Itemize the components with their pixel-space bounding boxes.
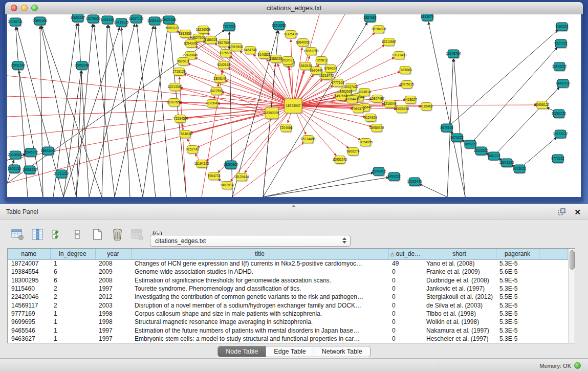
citation-edge[interactable] (195, 57, 293, 106)
table-cell[interactable]: Estimation of significance thresholds fo… (131, 276, 388, 285)
table-cell[interactable]: 5.3E-5 (496, 326, 539, 334)
table-cell[interactable]: 1998 (95, 318, 131, 326)
table-cell[interactable]: 1 (50, 259, 95, 268)
table-cell[interactable]: 0 (388, 301, 423, 309)
table-cell[interactable]: Nakamura et al. (1997) (423, 326, 496, 334)
select-rows-button[interactable] (50, 227, 64, 242)
table-row[interactable]: 1938455462009Genome-wide association stu… (8, 268, 568, 276)
table-cell[interactable]: 0 (388, 310, 423, 318)
citation-edge[interactable] (40, 26, 43, 197)
citation-edge[interactable] (169, 25, 186, 197)
table-row[interactable]: 977716911998Corpus callosum shape and si… (8, 310, 568, 318)
table-row[interactable]: 969969511998Structural magnetic resonanc… (8, 318, 568, 326)
table-cell[interactable]: 1 (50, 318, 95, 326)
column-header-short[interactable]: short (423, 249, 496, 259)
window-titlebar[interactable]: citations_edges.txt (5, 2, 583, 14)
citation-edge[interactable] (180, 89, 272, 113)
table-cell[interactable]: 9699695 (8, 318, 50, 326)
table-cell[interactable]: 22420046 (8, 293, 50, 301)
table-cell[interactable]: 2012 (95, 293, 131, 301)
table-cell[interactable]: 9465546 (8, 326, 50, 334)
table-settings-button[interactable] (10, 227, 25, 242)
tab-network-table[interactable]: Network Table (314, 346, 370, 357)
column-header-title[interactable]: title (131, 249, 388, 259)
citation-edge[interactable] (519, 137, 556, 169)
table-cell[interactable]: 5.3E-5 (496, 335, 539, 343)
column-header-pagerank[interactable]: pagerank (496, 249, 539, 259)
table-cell[interactable]: Jankovic et al. (1997) (423, 285, 496, 293)
table-cell[interactable]: 0 (388, 318, 423, 326)
table-cell[interactable]: Estimation of the future numbers of pati… (131, 326, 388, 334)
table-cell[interactable]: 1997 (95, 285, 131, 293)
citation-edge[interactable] (76, 24, 93, 197)
table-cell[interactable]: 14569117 (8, 301, 50, 309)
table-cell[interactable]: Embryonic stem cells: a model to study s… (131, 335, 388, 343)
network-canvas[interactable]: 1872400718300295886012389129541822605898… (7, 14, 581, 197)
table-row[interactable]: 1456911722003Disruption of a novel membe… (8, 301, 568, 309)
table-cell[interactable]: Wolkin et al. (1998) (423, 318, 496, 326)
column-header-in_degree[interactable]: in_degree (50, 249, 95, 259)
memory-indicator[interactable]: Memory: OK (539, 359, 581, 372)
citation-edge[interactable] (263, 178, 389, 197)
import-table-button[interactable] (130, 227, 144, 242)
citation-edge[interactable] (155, 26, 171, 197)
table-cell[interactable]: 5.3E-5 (496, 259, 539, 268)
table-cell[interactable]: 1 (50, 335, 95, 343)
table-cell[interactable]: 5.5E-5 (496, 293, 539, 301)
row-height-button[interactable] (70, 227, 84, 242)
float-panel-button[interactable] (558, 208, 566, 216)
table-cell[interactable]: Investigating the contribution of common… (131, 293, 388, 301)
citation-edge[interactable] (137, 24, 156, 197)
table-cell[interactable]: 9115460 (8, 285, 50, 293)
table-row[interactable]: 1872400712008Changes of HCN gene express… (8, 259, 568, 268)
table-cell[interactable]: Changes of HCN gene expression and I(f) … (131, 259, 388, 268)
table-cell[interactable]: Tibbo et al. (1998) (423, 310, 496, 318)
table-cell[interactable]: 2 (50, 293, 95, 301)
table-row[interactable]: 946554611997Estimation of the future num… (8, 326, 568, 334)
citation-edge[interactable] (188, 63, 293, 106)
table-cell[interactable]: 19384554 (8, 268, 50, 276)
tab-node-table[interactable]: Node Table (218, 346, 266, 357)
citation-edge[interactable] (428, 22, 465, 197)
table-cell[interactable]: Yano et al. (2008) (423, 259, 496, 268)
table-cell[interactable]: 5.3E-5 (496, 285, 539, 293)
citation-edge[interactable] (143, 25, 168, 197)
table-cell[interactable]: 9463627 (8, 335, 50, 343)
table-cell[interactable]: de Silva et al. (2003) (423, 301, 496, 309)
citation-edge[interactable] (102, 25, 107, 197)
column-header-out_degree[interactable]: △out_de… (388, 249, 423, 259)
citation-edge[interactable] (7, 76, 293, 106)
table-cell[interactable]: Franke et al. (2009) (423, 268, 496, 276)
table-cell[interactable]: 6 (50, 268, 95, 276)
table-cell[interactable]: Corpus callosum shape and size in male p… (131, 310, 388, 318)
table-cell[interactable]: 9777169 (8, 310, 50, 318)
table-scrollbar[interactable] (568, 249, 575, 343)
table-cell[interactable]: 0 (388, 326, 423, 334)
citation-edge[interactable] (494, 87, 559, 156)
column-header-year[interactable]: year (95, 249, 131, 259)
table-cell[interactable]: 0 (388, 268, 423, 276)
table-cell[interactable]: 2009 (95, 268, 131, 276)
table-cell[interactable]: 5.9E-5 (496, 276, 539, 285)
table-cell[interactable]: Disruption of a novel member of a sodium… (131, 301, 388, 309)
tab-edge-table[interactable]: Edge Table (266, 346, 313, 357)
table-cell[interactable]: 2 (50, 285, 95, 293)
panel-resize-grip[interactable] (292, 205, 296, 207)
table-cell[interactable]: 1 (50, 326, 95, 334)
table-cell[interactable]: 1998 (95, 310, 131, 318)
table-cell[interactable]: 0 (388, 285, 423, 293)
table-cell[interactable]: 1997 (95, 326, 131, 334)
citation-edge[interactable] (7, 106, 293, 183)
column-header-name[interactable]: name (8, 249, 50, 259)
table-cell[interactable]: 0 (388, 293, 423, 301)
table-row[interactable]: 946362711997Embryonic stem cells: a mode… (8, 335, 568, 343)
table-cell[interactable]: 5.6E-5 (496, 268, 539, 276)
table-scrollbar-thumb[interactable] (570, 250, 575, 270)
table-cell[interactable]: Genome-wide association studies in ADHD. (131, 268, 388, 276)
table-row[interactable]: 1830029562008Estimation of significance … (8, 276, 568, 285)
table-cell[interactable]: 6 (50, 276, 95, 285)
table-cell[interactable]: 5.3E-5 (496, 301, 539, 309)
citation-edge[interactable] (263, 172, 374, 197)
table-cell[interactable]: Stergiakouli et al. (2012) (423, 293, 496, 301)
table-cell[interactable]: 5.3E-5 (496, 310, 539, 318)
